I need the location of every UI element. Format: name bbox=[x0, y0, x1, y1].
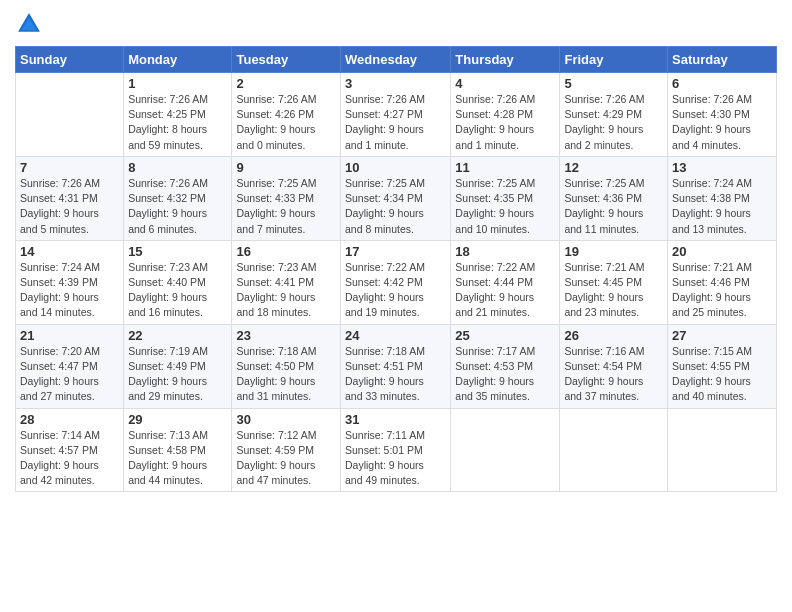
page-header bbox=[15, 10, 777, 38]
calendar-cell bbox=[16, 73, 124, 157]
calendar-cell: 27Sunrise: 7:15 AMSunset: 4:55 PMDayligh… bbox=[668, 324, 777, 408]
day-number: 4 bbox=[455, 76, 555, 91]
day-number: 25 bbox=[455, 328, 555, 343]
day-info: Sunrise: 7:25 AMSunset: 4:35 PMDaylight:… bbox=[455, 176, 555, 237]
week-row-1: 1Sunrise: 7:26 AMSunset: 4:25 PMDaylight… bbox=[16, 73, 777, 157]
calendar-cell bbox=[668, 408, 777, 492]
day-info: Sunrise: 7:26 AMSunset: 4:25 PMDaylight:… bbox=[128, 92, 227, 153]
day-info: Sunrise: 7:25 AMSunset: 4:33 PMDaylight:… bbox=[236, 176, 336, 237]
weekday-header-saturday: Saturday bbox=[668, 47, 777, 73]
day-number: 15 bbox=[128, 244, 227, 259]
calendar-cell: 4Sunrise: 7:26 AMSunset: 4:28 PMDaylight… bbox=[451, 73, 560, 157]
calendar-cell: 20Sunrise: 7:21 AMSunset: 4:46 PMDayligh… bbox=[668, 240, 777, 324]
weekday-header-monday: Monday bbox=[124, 47, 232, 73]
day-info: Sunrise: 7:26 AMSunset: 4:32 PMDaylight:… bbox=[128, 176, 227, 237]
day-number: 31 bbox=[345, 412, 446, 427]
calendar-cell: 9Sunrise: 7:25 AMSunset: 4:33 PMDaylight… bbox=[232, 156, 341, 240]
day-number: 1 bbox=[128, 76, 227, 91]
day-number: 24 bbox=[345, 328, 446, 343]
day-number: 30 bbox=[236, 412, 336, 427]
day-info: Sunrise: 7:24 AMSunset: 4:38 PMDaylight:… bbox=[672, 176, 772, 237]
calendar-cell: 2Sunrise: 7:26 AMSunset: 4:26 PMDaylight… bbox=[232, 73, 341, 157]
calendar-cell: 11Sunrise: 7:25 AMSunset: 4:35 PMDayligh… bbox=[451, 156, 560, 240]
day-number: 17 bbox=[345, 244, 446, 259]
calendar-table: SundayMondayTuesdayWednesdayThursdayFrid… bbox=[15, 46, 777, 492]
week-row-2: 7Sunrise: 7:26 AMSunset: 4:31 PMDaylight… bbox=[16, 156, 777, 240]
calendar-cell: 13Sunrise: 7:24 AMSunset: 4:38 PMDayligh… bbox=[668, 156, 777, 240]
day-number: 29 bbox=[128, 412, 227, 427]
day-info: Sunrise: 7:13 AMSunset: 4:58 PMDaylight:… bbox=[128, 428, 227, 489]
day-info: Sunrise: 7:24 AMSunset: 4:39 PMDaylight:… bbox=[20, 260, 119, 321]
weekday-header-tuesday: Tuesday bbox=[232, 47, 341, 73]
logo bbox=[15, 10, 47, 38]
day-info: Sunrise: 7:25 AMSunset: 4:34 PMDaylight:… bbox=[345, 176, 446, 237]
day-info: Sunrise: 7:15 AMSunset: 4:55 PMDaylight:… bbox=[672, 344, 772, 405]
calendar-cell: 25Sunrise: 7:17 AMSunset: 4:53 PMDayligh… bbox=[451, 324, 560, 408]
day-number: 20 bbox=[672, 244, 772, 259]
calendar-cell: 14Sunrise: 7:24 AMSunset: 4:39 PMDayligh… bbox=[16, 240, 124, 324]
day-number: 28 bbox=[20, 412, 119, 427]
day-number: 14 bbox=[20, 244, 119, 259]
weekday-header-thursday: Thursday bbox=[451, 47, 560, 73]
day-info: Sunrise: 7:26 AMSunset: 4:30 PMDaylight:… bbox=[672, 92, 772, 153]
week-row-5: 28Sunrise: 7:14 AMSunset: 4:57 PMDayligh… bbox=[16, 408, 777, 492]
calendar-cell: 29Sunrise: 7:13 AMSunset: 4:58 PMDayligh… bbox=[124, 408, 232, 492]
day-info: Sunrise: 7:16 AMSunset: 4:54 PMDaylight:… bbox=[564, 344, 663, 405]
day-number: 9 bbox=[236, 160, 336, 175]
day-info: Sunrise: 7:11 AMSunset: 5:01 PMDaylight:… bbox=[345, 428, 446, 489]
calendar-cell: 8Sunrise: 7:26 AMSunset: 4:32 PMDaylight… bbox=[124, 156, 232, 240]
calendar-cell: 23Sunrise: 7:18 AMSunset: 4:50 PMDayligh… bbox=[232, 324, 341, 408]
calendar-cell: 22Sunrise: 7:19 AMSunset: 4:49 PMDayligh… bbox=[124, 324, 232, 408]
day-number: 13 bbox=[672, 160, 772, 175]
day-info: Sunrise: 7:22 AMSunset: 4:44 PMDaylight:… bbox=[455, 260, 555, 321]
day-number: 21 bbox=[20, 328, 119, 343]
calendar-cell: 15Sunrise: 7:23 AMSunset: 4:40 PMDayligh… bbox=[124, 240, 232, 324]
calendar-cell: 17Sunrise: 7:22 AMSunset: 4:42 PMDayligh… bbox=[341, 240, 451, 324]
day-info: Sunrise: 7:23 AMSunset: 4:41 PMDaylight:… bbox=[236, 260, 336, 321]
day-number: 6 bbox=[672, 76, 772, 91]
calendar-cell: 26Sunrise: 7:16 AMSunset: 4:54 PMDayligh… bbox=[560, 324, 668, 408]
day-info: Sunrise: 7:17 AMSunset: 4:53 PMDaylight:… bbox=[455, 344, 555, 405]
day-number: 7 bbox=[20, 160, 119, 175]
calendar-cell bbox=[451, 408, 560, 492]
day-number: 22 bbox=[128, 328, 227, 343]
day-number: 5 bbox=[564, 76, 663, 91]
day-info: Sunrise: 7:26 AMSunset: 4:28 PMDaylight:… bbox=[455, 92, 555, 153]
day-number: 11 bbox=[455, 160, 555, 175]
day-number: 23 bbox=[236, 328, 336, 343]
calendar-cell: 12Sunrise: 7:25 AMSunset: 4:36 PMDayligh… bbox=[560, 156, 668, 240]
weekday-header-row: SundayMondayTuesdayWednesdayThursdayFrid… bbox=[16, 47, 777, 73]
weekday-header-friday: Friday bbox=[560, 47, 668, 73]
day-number: 12 bbox=[564, 160, 663, 175]
day-info: Sunrise: 7:21 AMSunset: 4:46 PMDaylight:… bbox=[672, 260, 772, 321]
logo-icon bbox=[15, 10, 43, 38]
calendar-cell: 30Sunrise: 7:12 AMSunset: 4:59 PMDayligh… bbox=[232, 408, 341, 492]
day-info: Sunrise: 7:21 AMSunset: 4:45 PMDaylight:… bbox=[564, 260, 663, 321]
calendar-cell: 16Sunrise: 7:23 AMSunset: 4:41 PMDayligh… bbox=[232, 240, 341, 324]
calendar-cell: 28Sunrise: 7:14 AMSunset: 4:57 PMDayligh… bbox=[16, 408, 124, 492]
day-info: Sunrise: 7:18 AMSunset: 4:51 PMDaylight:… bbox=[345, 344, 446, 405]
calendar-cell: 5Sunrise: 7:26 AMSunset: 4:29 PMDaylight… bbox=[560, 73, 668, 157]
day-number: 3 bbox=[345, 76, 446, 91]
calendar-cell: 18Sunrise: 7:22 AMSunset: 4:44 PMDayligh… bbox=[451, 240, 560, 324]
calendar-cell: 3Sunrise: 7:26 AMSunset: 4:27 PMDaylight… bbox=[341, 73, 451, 157]
day-info: Sunrise: 7:26 AMSunset: 4:27 PMDaylight:… bbox=[345, 92, 446, 153]
calendar-cell: 7Sunrise: 7:26 AMSunset: 4:31 PMDaylight… bbox=[16, 156, 124, 240]
calendar-cell bbox=[560, 408, 668, 492]
calendar-cell: 19Sunrise: 7:21 AMSunset: 4:45 PMDayligh… bbox=[560, 240, 668, 324]
weekday-header-wednesday: Wednesday bbox=[341, 47, 451, 73]
week-row-3: 14Sunrise: 7:24 AMSunset: 4:39 PMDayligh… bbox=[16, 240, 777, 324]
day-number: 27 bbox=[672, 328, 772, 343]
day-info: Sunrise: 7:26 AMSunset: 4:31 PMDaylight:… bbox=[20, 176, 119, 237]
day-number: 18 bbox=[455, 244, 555, 259]
calendar-cell: 10Sunrise: 7:25 AMSunset: 4:34 PMDayligh… bbox=[341, 156, 451, 240]
day-number: 2 bbox=[236, 76, 336, 91]
day-info: Sunrise: 7:14 AMSunset: 4:57 PMDaylight:… bbox=[20, 428, 119, 489]
calendar-cell: 31Sunrise: 7:11 AMSunset: 5:01 PMDayligh… bbox=[341, 408, 451, 492]
day-info: Sunrise: 7:18 AMSunset: 4:50 PMDaylight:… bbox=[236, 344, 336, 405]
day-info: Sunrise: 7:12 AMSunset: 4:59 PMDaylight:… bbox=[236, 428, 336, 489]
day-number: 26 bbox=[564, 328, 663, 343]
day-info: Sunrise: 7:20 AMSunset: 4:47 PMDaylight:… bbox=[20, 344, 119, 405]
day-info: Sunrise: 7:23 AMSunset: 4:40 PMDaylight:… bbox=[128, 260, 227, 321]
day-info: Sunrise: 7:19 AMSunset: 4:49 PMDaylight:… bbox=[128, 344, 227, 405]
